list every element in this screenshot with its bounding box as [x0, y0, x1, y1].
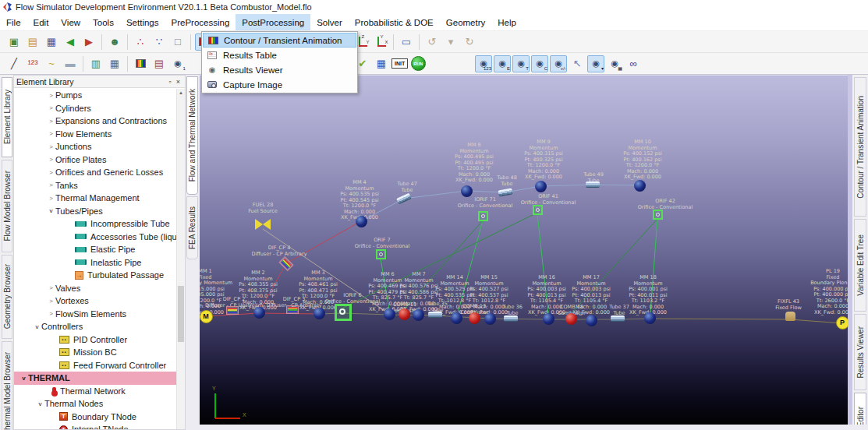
show-signs-toggle[interactable]: ◉+/-: [550, 55, 567, 72]
collapsed-arrow-icon[interactable]: >: [47, 182, 55, 189]
node-fixfl-43[interactable]: [785, 312, 795, 321]
menu-geometry[interactable]: Geometry: [440, 14, 492, 30]
node-tube-36[interactable]: [504, 315, 518, 322]
export-model-icon[interactable]: ▶: [80, 33, 97, 51]
node-mm-9[interactable]: [535, 181, 547, 192]
redo-icon[interactable]: ↻: [461, 33, 478, 51]
node-orif-42[interactable]: [653, 210, 663, 220]
viewport-tab-flow-and-thermal-network[interactable]: Flow and Thermal Network: [186, 76, 198, 195]
collapsed-arrow-icon[interactable]: >: [47, 169, 55, 176]
collapsed-arrow-icon[interactable]: >: [47, 298, 55, 305]
viewport-tab-fea-results[interactable]: FEA Results: [186, 196, 198, 259]
collapsed-arrow-icon[interactable]: >: [47, 156, 55, 163]
tree-item-accessories-tube-liqu[interactable]: Accessories Tube (liqu...: [14, 231, 176, 244]
show-temps-toggle[interactable]: ◉T: [512, 55, 530, 72]
expanded-arrow-icon[interactable]: v: [33, 323, 41, 330]
select-region-icon[interactable]: □: [169, 33, 186, 51]
node-comb-11[interactable]: [399, 308, 410, 320]
tree-item-boundary-tnode[interactable]: TBoundary TNode: [14, 411, 176, 424]
node-mm-18[interactable]: [644, 312, 656, 324]
show-grid-icon[interactable]: ◉▦: [606, 55, 623, 72]
menu-postprocessing[interactable]: PostProcessing: [236, 14, 310, 30]
save-model-icon[interactable]: ▦: [43, 33, 60, 51]
tree-item-vortexes[interactable]: >Vortexes: [14, 294, 176, 308]
menu-file[interactable]: File: [0, 14, 27, 30]
node-mm-16[interactable]: [543, 313, 554, 325]
menu-view[interactable]: View: [55, 14, 87, 30]
node-tube-49[interactable]: [586, 182, 600, 188]
node-mm-2[interactable]: [253, 307, 265, 319]
menu-tools[interactable]: Tools: [87, 14, 120, 30]
menu-settings[interactable]: Settings: [120, 14, 165, 30]
node-mm-15[interactable]: [484, 313, 496, 325]
node-dif-cp-3[interactable]: [286, 305, 299, 314]
node-orif-41[interactable]: [533, 205, 543, 215]
collapsed-arrow-icon[interactable]: >: [47, 130, 55, 137]
find-binoculars-icon[interactable]: ∞: [625, 55, 642, 72]
panel-scrollbar[interactable]: ▲: [176, 89, 185, 429]
node-pl-19[interactable]: P: [836, 316, 849, 330]
select-chambers-icon[interactable]: ∵: [151, 33, 168, 51]
tree-item-orifices-and-generic-losses[interactable]: >Orifices and Generic Losses: [14, 166, 176, 179]
collapsed-arrow-icon[interactable]: >: [47, 118, 55, 125]
tree-item-elastic-pipe[interactable]: Elastic Pipe: [14, 243, 176, 256]
expanded-arrow-icon[interactable]: v: [19, 375, 28, 382]
node-iorif-6[interactable]: [335, 304, 352, 321]
tab-flow-model-browser[interactable]: Flow Model Browser: [2, 160, 12, 252]
tree-item-inelastic-pipe[interactable]: Inelastic Pipe: [14, 256, 176, 270]
run-button[interactable]: RUN: [409, 55, 427, 72]
results-chart-icon[interactable]: ▤: [151, 55, 168, 72]
tree-item-pid-controller[interactable]: ▪▪PID Controller: [14, 333, 176, 347]
tree-item-thermal-nodes[interactable]: vThermal Nodes: [14, 397, 176, 411]
tree-item-junctions[interactable]: >Junctions: [14, 140, 176, 153]
tree-item-thermal-network[interactable]: Thermal Network: [14, 385, 176, 398]
tree-item-tanks[interactable]: >Tanks: [14, 179, 176, 192]
tab-thermal-model-browser[interactable]: Thermal Model Browser: [2, 341, 12, 430]
tree-item-flow-elements[interactable]: >Flow Elements: [14, 128, 176, 141]
show-elements-toggle[interactable]: ◉E: [494, 55, 511, 72]
contour-legend-icon[interactable]: [132, 55, 149, 72]
select-elements-icon[interactable]: ∴: [132, 33, 149, 51]
menu-item-contour-animation[interactable]: Contour / Transient Animation: [203, 33, 356, 48]
user-mode-icon[interactable]: ☻: [106, 33, 123, 51]
tree-item-thermal[interactable]: vTHERMAL: [14, 372, 176, 385]
menu-solver[interactable]: Solver: [310, 14, 349, 30]
node-mm-4[interactable]: [356, 216, 367, 227]
menu-item-results-viewer[interactable]: ◉ Results Viewer: [203, 62, 356, 77]
menu-preprocessing[interactable]: PreProcessing: [165, 14, 236, 30]
draw-tube-icon[interactable]: ▬: [62, 55, 79, 72]
collapsed-arrow-icon[interactable]: >: [47, 143, 55, 150]
scrollbar-thumb[interactable]: [178, 286, 184, 342]
open-model-icon[interactable]: ▤: [24, 33, 41, 51]
expanded-arrow-icon[interactable]: v: [47, 207, 55, 214]
plot-chart-icon[interactable]: ▥: [87, 55, 105, 72]
tree-item-expansions-and-contractions[interactable]: >Expansions and Contractions: [14, 115, 176, 128]
draw-element-icon[interactable]: ╱: [5, 55, 23, 72]
panel-close-icon[interactable]: ×: [174, 78, 182, 86]
node-iorif-71[interactable]: [478, 211, 488, 221]
import-model-icon[interactable]: ◀: [62, 33, 79, 51]
expanded-arrow-icon[interactable]: v: [36, 400, 44, 407]
tree-item-cylinders[interactable]: >Cylinders: [14, 102, 176, 115]
node-mm-8[interactable]: [461, 185, 473, 197]
show-ids-toggle[interactable]: ◉123: [475, 55, 492, 72]
node-mm-6[interactable]: [384, 308, 395, 320]
pick-pointer-icon[interactable]: ↖: [569, 55, 586, 72]
tree-item-mission-bc[interactable]: ▪▪Mission BC: [14, 346, 176, 359]
node-orif-7[interactable]: [376, 249, 386, 259]
draw-chain-icon[interactable]: ~: [43, 55, 60, 72]
new-model-icon[interactable]: ▣: [5, 33, 23, 51]
node-mm-14[interactable]: [451, 312, 462, 324]
tree-item-thermal-management[interactable]: >Thermal Management: [14, 192, 176, 205]
tree-item-incompressible-tube[interactable]: Incompressible Tube: [14, 217, 176, 231]
menu-help[interactable]: Help: [491, 14, 523, 30]
node-dif-cp-2[interactable]: [226, 306, 239, 315]
node-mm-17[interactable]: [586, 315, 597, 326]
undo-icon[interactable]: ↺: [423, 33, 441, 51]
node-comb-18[interactable]: [565, 313, 577, 325]
tree-item-internal-tnode[interactable]: TInternal TNode: [14, 423, 176, 429]
scroll-up-icon[interactable]: ▲: [177, 89, 185, 97]
init-button[interactable]: INIT: [391, 55, 408, 72]
collapsed-arrow-icon[interactable]: >: [47, 310, 55, 317]
show-chambers-toggle[interactable]: ◉C: [531, 55, 548, 72]
